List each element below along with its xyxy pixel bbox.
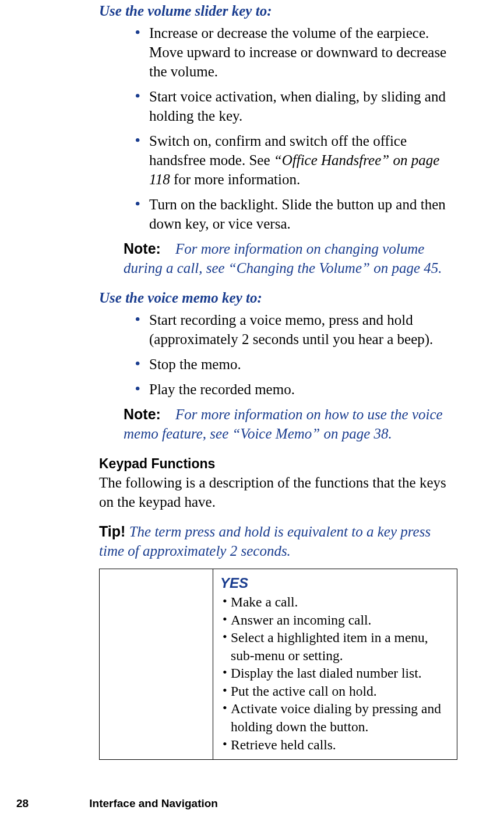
list-item-text: Increase or decrease the volume of the e… (149, 25, 446, 79)
list-item-text: Start recording a voice memo, press and … (149, 312, 433, 347)
note-text: For more information on how to use the v… (124, 406, 443, 441)
list-item: Make a call. (220, 593, 450, 611)
list-item: Start recording a voice memo, press and … (135, 310, 457, 349)
page-number: 28 (16, 797, 86, 810)
list-item-text: Activate voice dialing by pressing and h… (231, 701, 441, 734)
list-item-text: Answer an incoming call. (231, 612, 371, 627)
table-row: YES Make a call. Answer an incoming call… (100, 569, 457, 760)
key-description-cell: YES Make a call. Answer an incoming call… (213, 569, 457, 760)
section-heading-voice-memo: Use the voice memo key to: (99, 289, 457, 307)
section-heading-volume-slider: Use the volume slider key to: (99, 2, 457, 20)
keypad-table: YES Make a call. Answer an incoming call… (99, 569, 457, 760)
tip-text: The term press and hold is equivalent to… (99, 524, 431, 559)
list-item-text: Select a highlighted item in a menu, sub… (231, 630, 428, 663)
list-item-text: Stop the memo. (149, 356, 241, 372)
tip-block: Tip! The term press and hold is equivale… (99, 522, 457, 560)
page-footer: 28 Interface and Navigation (16, 797, 457, 810)
list-item: Activate voice dialing by pressing and h… (220, 700, 450, 735)
list-item: Play the recorded memo. (135, 380, 457, 399)
tip-label: Tip! (99, 523, 125, 539)
note-volume: Note: For more information on changing v… (124, 239, 457, 278)
list-item: Answer an incoming call. (220, 611, 450, 629)
keypad-functions-heading: Keypad Functions (99, 456, 457, 472)
list-item: Display the last dialed number list. (220, 664, 450, 682)
keypad-functions-intro: The following is a description of the fu… (99, 473, 457, 511)
note-label: Note: (124, 406, 161, 422)
list-item: Put the active call on hold. (220, 682, 450, 700)
list-item: Increase or decrease the volume of the e… (135, 23, 457, 81)
voice-memo-list: Start recording a voice memo, press and … (99, 310, 457, 399)
note-label: Note: (124, 240, 161, 257)
list-item: Start voice activation, when dialing, by… (135, 87, 457, 125)
key-name-yes: YES (220, 574, 450, 592)
list-item-text: Put the active call on hold. (231, 683, 377, 699)
key-icon-cell (100, 569, 213, 760)
list-item-text: Make a call. (231, 594, 298, 609)
note-voice-memo: Note: For more information on how to use… (124, 405, 457, 443)
list-item: Stop the memo. (135, 355, 457, 374)
content-area: Use the volume slider key to: Increase o… (99, 0, 457, 760)
list-item: Turn on the backlight. Slide the button … (135, 195, 457, 233)
list-item-text-post: for more information. (170, 171, 301, 187)
footer-title: Interface and Navigation (89, 797, 218, 809)
list-item: Switch on, confirm and switch off the of… (135, 131, 457, 189)
yes-key-functions: Make a call. Answer an incoming call. Se… (220, 593, 450, 753)
list-item: Select a highlighted item in a menu, sub… (220, 629, 450, 664)
list-item: Retrieve held calls. (220, 736, 450, 754)
volume-slider-list: Increase or decrease the volume of the e… (99, 23, 457, 233)
page: Use the volume slider key to: Increase o… (0, 0, 504, 831)
list-item-text: Play the recorded memo. (149, 381, 295, 397)
list-item-text: Turn on the backlight. Slide the button … (149, 197, 446, 232)
list-item-text: Display the last dialed number list. (231, 665, 422, 681)
list-item-text: Retrieve held calls. (231, 737, 336, 752)
list-item-text: Start voice activation, when dialing, by… (149, 89, 446, 124)
